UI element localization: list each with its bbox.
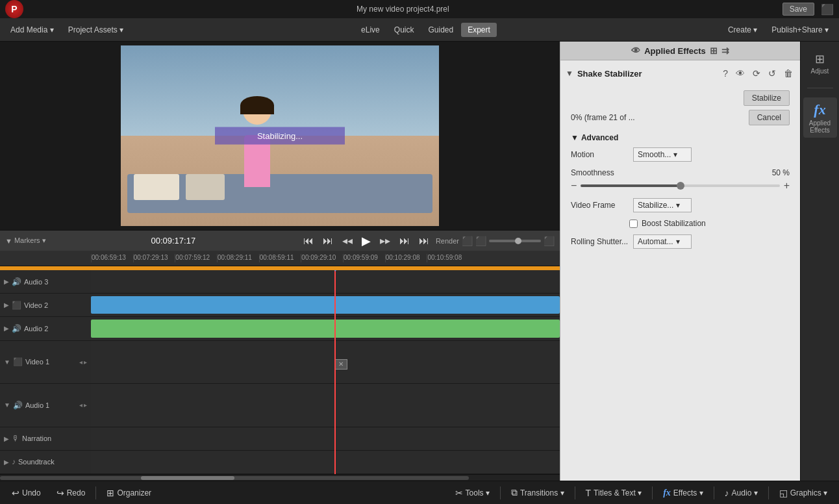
motion-dropdown[interactable]: Smooth... ▾ (633, 147, 692, 162)
track-name-audio3: Audio 3 (24, 278, 87, 286)
track-expand-video2[interactable]: ▶ (4, 301, 9, 309)
rolling-shutter-dropdown-arrow: ▾ (676, 237, 680, 246)
audio-button[interactable]: ♪ Audio ▾ (720, 485, 763, 501)
advanced-label: Advanced (581, 133, 618, 142)
organizer-icon: ⊞ (106, 488, 114, 498)
video-frame-dropdown[interactable]: Stabilize... ▾ (633, 198, 692, 212)
audio-label: Audio ▾ (732, 488, 758, 498)
adjust-icon: ⊞ (815, 52, 825, 66)
slider-plus-icon[interactable]: + (784, 180, 790, 192)
monitor-icon[interactable]: ⬛ (821, 3, 834, 16)
effect-refresh-button[interactable]: ↺ (766, 67, 778, 80)
effect-row-shake-stabilizer: ▼ Shake Stabilizer ? 👁 ⟳ ↺ 🗑 (564, 64, 796, 82)
scrollbar-thumb[interactable] (141, 476, 234, 480)
track-strip-video1: ✕ (91, 341, 560, 384)
project-assets-button[interactable]: Project Assets ▾ (62, 23, 130, 37)
cancel-button[interactable]: Cancel (749, 110, 790, 125)
timeline-scrollbar[interactable] (0, 474, 560, 481)
transitions-button[interactable]: ⧉ Transitions ▾ (506, 485, 570, 501)
quick-button[interactable]: Quick (388, 23, 421, 37)
expert-button[interactable]: Expert (461, 23, 497, 37)
create-button[interactable]: Create ▾ (721, 23, 764, 37)
boost-checkbox[interactable] (629, 220, 638, 228)
playhead[interactable] (334, 270, 336, 474)
redo-button[interactable]: ↪ Redo (51, 485, 91, 501)
transitions-label: Transitions ▾ (520, 488, 564, 498)
frame-forward-button[interactable]: ▸▸ (377, 233, 393, 248)
ruler-mark: 00:08:59:11 (259, 254, 301, 262)
panel-eye-icon[interactable]: 👁 (631, 45, 640, 56)
smoothness-slider-track[interactable] (581, 184, 779, 187)
markers-bar: ▼ Markers ▾ 00:09:17:17 ⏮ ⏭ ◂◂ ▶ ▸▸ ⏭ ⏭ (0, 230, 560, 251)
track-prev-btn-video1[interactable]: ◂ (79, 359, 82, 366)
sidebar-tool-effects[interactable]: fx Applied Effects (803, 97, 837, 138)
markers-button[interactable]: ▼ Markers ▾ (5, 236, 46, 245)
track-label-audio3: ▶ 🔊 Audio 3 (0, 270, 91, 294)
track-next-btn-video1[interactable]: ▸ (84, 359, 87, 366)
adjust-label: Adjust (811, 68, 829, 75)
save-button[interactable]: Save (783, 3, 814, 16)
track-strip-soundtrack (91, 451, 560, 474)
guided-button[interactable]: Guided (421, 23, 460, 37)
track-next-btn-audio1[interactable]: ▸ (84, 401, 87, 409)
tools-button[interactable]: ✂ Tools ▾ (450, 485, 495, 501)
stabilizing-text: Stabilizing... (257, 131, 303, 141)
track-prev-btn-audio1[interactable]: ◂ (79, 401, 82, 409)
effect-delete-button[interactable]: 🗑 (782, 67, 795, 80)
track-expand-audio2[interactable]: ▶ (4, 325, 9, 332)
effect-help-button[interactable]: ? (721, 67, 730, 80)
fx-icon: fx (814, 101, 825, 118)
clip-marker-video1: ✕ (334, 359, 347, 370)
smoothness-label: Smoothness (571, 168, 614, 177)
smoothness-slider-thumb[interactable] (677, 182, 684, 190)
add-media-button[interactable]: Add Media ▾ (4, 23, 60, 37)
advanced-header[interactable]: ▼ Advanced (571, 133, 790, 142)
go-to-start-button[interactable]: ⏮ (301, 234, 316, 248)
smoothness-row: Smoothness 50 % − + (571, 168, 790, 192)
right-column: 👁 Applied Effects ⊞ ⇉ ▼ Shake Stabilizer… (560, 42, 839, 481)
right-sidebar: ⊞ Adjust fx Applied Effects (800, 42, 839, 481)
slider-minus-icon[interactable]: − (571, 180, 577, 192)
transitions-icon: ⧉ (511, 487, 518, 498)
effect-visibility-button[interactable]: 👁 (734, 67, 747, 80)
content-row: Stabilizing... ▼ Markers ▾ 00:09:17:17 ⏮ (0, 42, 839, 481)
track-expand-audio3[interactable]: ▶ (4, 278, 9, 285)
publish-share-button[interactable]: Publish+Share ▾ (765, 23, 835, 37)
stabilize-button[interactable]: Stabilize (744, 90, 790, 106)
track-clip-video2[interactable] (91, 296, 560, 314)
step-forward-button[interactable]: ⏭ (397, 234, 412, 248)
track-clip-audio2[interactable] (91, 320, 560, 337)
frame-back-button[interactable]: ◂◂ (340, 233, 355, 248)
elive-button[interactable]: eLive (355, 23, 386, 37)
go-to-end-button[interactable]: ⏭ (416, 234, 432, 248)
zoom-slider[interactable] (489, 240, 541, 242)
render-out-icon[interactable]: ⬛ (475, 236, 486, 246)
effect-reset-button[interactable]: ⟳ (751, 67, 762, 80)
toolbar-separator-2 (500, 486, 501, 499)
timeline-tracks: ▶ 🔊 Audio 3 ▶ ⬛ Video 2 ▶ 🔊 Audi (0, 270, 560, 474)
track-expand-audio1[interactable]: ▼ (4, 401, 10, 409)
render-in-icon[interactable]: ⬛ (462, 236, 473, 246)
play-button[interactable]: ▶ (359, 233, 373, 249)
rolling-shutter-dropdown[interactable]: Automat... ▾ (633, 234, 692, 249)
effects-button[interactable]: fx Effects ▾ (658, 485, 708, 501)
expand-icon[interactable]: ⬛ (544, 236, 555, 246)
track-expand-video1[interactable]: ▼ (4, 359, 10, 366)
sidebar-tool-adjust[interactable]: ⊞ Adjust (803, 48, 837, 79)
track-expand-soundtrack[interactable]: ▶ (4, 459, 9, 466)
track-labels: ▶ 🔊 Audio 3 ▶ ⬛ Video 2 ▶ 🔊 Audi (0, 270, 91, 474)
titles-text-button[interactable]: T Titles & Text ▾ (581, 485, 647, 501)
audio-icon: ♪ (725, 488, 729, 498)
undo-button[interactable]: ↩ Undo (6, 485, 46, 501)
step-back-button[interactable]: ⏭ (320, 234, 336, 248)
app-wrapper: P My new video project4.prel Save ⬛ Add … (0, 0, 839, 504)
track-expand-narration[interactable]: ▶ (4, 435, 9, 442)
panel-expand-icon[interactable]: ⊞ (710, 45, 718, 56)
panel-arrows-icon[interactable]: ⇉ (721, 45, 729, 56)
graphics-button[interactable]: ◱ Graphics ▾ (774, 485, 833, 501)
effects-fx-icon: fx (663, 488, 671, 498)
zoom-thumb[interactable] (515, 238, 521, 244)
track-icon-narration: 🎙 (12, 434, 19, 443)
effect-collapse-icon[interactable]: ▼ (566, 69, 573, 78)
organizer-button[interactable]: ⊞ Organizer (101, 485, 157, 501)
